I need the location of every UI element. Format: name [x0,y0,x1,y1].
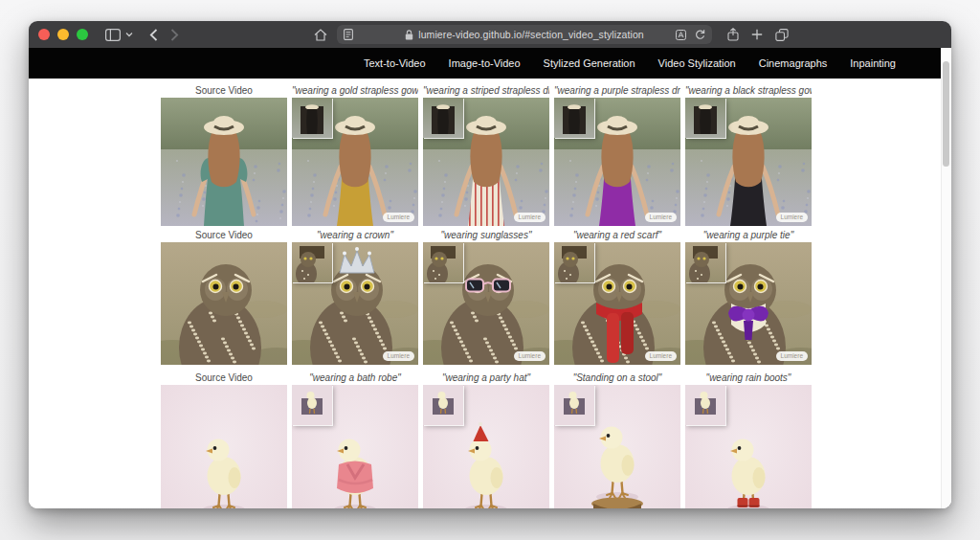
nav-video-stylization[interactable]: Video Stylization [658,57,736,69]
video-caption: Source Video [161,229,287,242]
conditioning-inset-thumbnail [292,98,332,138]
stylized-video-thumbnail[interactable]: Lumiere [423,98,549,226]
video-caption: "wearing sunglasses" [423,229,549,242]
chevron-down-icon[interactable] [125,32,133,37]
close-button[interactable] [38,29,50,40]
stylized-video-thumbnail[interactable]: Lumiere [423,242,549,365]
nav-inpainting[interactable]: Inpainting [850,57,896,69]
stylized-video-thumbnail[interactable]: Lumiere [292,242,418,365]
conditioning-inset-thumbnail [423,385,463,425]
reload-icon[interactable] [695,29,705,40]
url-text: lumiere-video.github.io/#section_video_s… [418,29,644,40]
stylized-video-thumbnail[interactable]: Lumiere [292,385,418,508]
stylized-video-thumbnail[interactable]: Lumiere [685,385,812,508]
scrollbar-thumb[interactable] [943,61,949,167]
stylized-video-thumbnail[interactable]: Lumiere [685,242,812,365]
video-row: Lumiere Lumiere Lu [161,98,812,226]
source-video-thumbnail[interactable] [161,242,287,365]
nav-image-to-video[interactable]: Image-to-Video [449,57,521,69]
scrollbar[interactable] [941,48,951,508]
conditioning-inset-thumbnail [554,98,594,138]
new-tab-icon[interactable] [751,29,763,40]
video-row: Lumiere Lumiere Lumiere [161,385,812,508]
nav-text-to-video[interactable]: Text-to-Video [364,57,426,69]
share-icon[interactable] [727,28,739,41]
conditioning-inset-thumbnail [292,385,332,425]
home-icon[interactable] [314,29,327,41]
stylized-video-thumbnail[interactable]: Lumiere [554,242,680,365]
video-caption: "wearing a gold strapless gown" [292,84,418,98]
address-bar[interactable]: lumiere-video.github.io/#section_video_s… [337,25,712,44]
video-caption: "wearing a red scarf" [554,229,680,242]
source-video-thumbnail[interactable] [161,385,287,508]
site-navbar: Text-to-Video Image-to-Video Stylized Ge… [29,48,951,79]
caption-row: Source Video"wearing a bath robe""wearin… [161,371,812,385]
video-grid: Source Video"wearing a gold strapless go… [161,84,812,508]
caption-row: Source Video"wearing a gold strapless go… [161,84,812,98]
back-icon[interactable] [149,29,158,41]
video-caption: "wearing rain boots" [685,371,812,385]
conditioning-inset-thumbnail [423,242,463,282]
video-caption: "wearing a striped strapless dress" [423,84,549,98]
video-caption: Source Video [161,84,287,98]
conditioning-inset-thumbnail [554,385,594,425]
video-caption: "wearing a purple tie" [685,229,812,242]
lumiere-watermark: Lumiere [645,213,677,223]
video-caption: "wearing a party hat" [423,371,549,385]
reader-icon[interactable] [344,29,353,40]
stylized-video-thumbnail[interactable]: Lumiere [554,385,680,508]
nav-cinemagraphs[interactable]: Cinemagraphs [759,57,828,69]
tab-overview-icon[interactable] [775,29,789,41]
stylized-video-thumbnail[interactable]: Lumiere [554,98,680,226]
lock-icon [405,30,413,40]
conditioning-inset-thumbnail [423,98,463,138]
stylized-video-thumbnail[interactable]: Lumiere [292,98,418,226]
page-content: Source Video"wearing a gold strapless go… [29,79,951,508]
zoom-button[interactable] [77,29,88,40]
stylized-video-thumbnail[interactable]: Lumiere [685,98,812,226]
lumiere-watermark: Lumiere [514,351,546,362]
conditioning-inset-thumbnail [685,98,725,138]
video-caption: Source Video [161,371,287,385]
minimize-button[interactable] [57,29,69,40]
lumiere-watermark: Lumiere [514,213,546,223]
conditioning-inset-thumbnail [554,242,594,282]
caption-row: Source Video"wearing a crown""wearing su… [161,229,812,242]
browser-window: lumiere-video.github.io/#section_video_s… [29,21,951,508]
browser-titlebar: lumiere-video.github.io/#section_video_s… [29,21,951,48]
video-caption: "wearing a purple strapless dress" [554,84,680,98]
video-row: Lumiere Lumiere Lumiere [161,242,812,365]
lumiere-watermark: Lumiere [383,213,414,223]
conditioning-inset-thumbnail [292,242,332,282]
conditioning-inset-thumbnail [685,242,725,282]
source-video-thumbnail[interactable] [161,98,287,226]
translate-icon[interactable] [676,29,686,40]
lumiere-watermark: Lumiere [776,213,808,223]
video-caption: "wearing a crown" [292,229,418,242]
forward-icon[interactable] [170,29,179,41]
lumiere-watermark: Lumiere [383,351,414,362]
video-caption: "wearing a black strapless gown" [685,84,812,98]
nav-stylized-generation[interactable]: Stylized Generation [544,57,635,69]
sidebar-icon[interactable] [105,29,121,41]
video-caption: "wearing a bath robe" [292,371,418,385]
stylized-video-thumbnail[interactable]: Lumiere [423,385,549,508]
conditioning-inset-thumbnail [685,385,725,425]
lumiere-watermark: Lumiere [645,351,677,362]
video-caption: "Standing on a stool" [554,371,680,385]
lumiere-watermark: Lumiere [776,351,808,362]
